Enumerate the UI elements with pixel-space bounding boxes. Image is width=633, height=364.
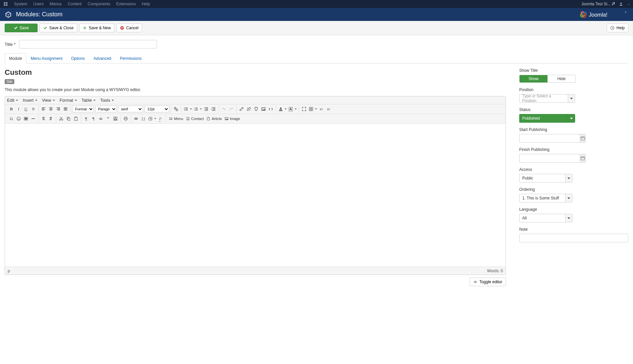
fontsize-select[interactable]: 12pt [144,106,169,112]
ordering-select[interactable]: 1. This is Some Stuff [519,194,572,202]
blockquote-button[interactable]: “ [104,115,112,122]
toggle-editor-button[interactable]: Toggle editor [470,278,506,286]
preview-button[interactable] [132,115,140,122]
number-list-button[interactable]: 123 [193,105,203,113]
title-input[interactable] [19,40,157,49]
show-blocks-button[interactable]: ¶ [90,115,97,122]
nav-components[interactable]: Components [87,2,110,6]
editor-menu-view[interactable]: View [42,98,55,103]
bullet-list-button[interactable] [183,105,193,113]
chevron-down-icon[interactable] [565,194,572,202]
nav-content[interactable]: Content [68,2,81,6]
tab-permissions[interactable]: Permissions [115,53,146,63]
status-select[interactable]: Published [519,114,575,123]
bg-color-button[interactable]: A [287,105,297,113]
nbsp-button[interactable] [97,115,104,122]
editor-menu-insert[interactable]: Insert [23,98,37,103]
show-invisible-button[interactable]: ¶ [82,115,90,122]
undo-button[interactable] [220,105,228,113]
chevron-down-icon[interactable] [568,94,575,103]
save-close-button[interactable]: Save & Close [40,24,77,32]
align-left-button[interactable] [40,105,47,113]
anchor-button[interactable] [252,105,260,113]
save-new-button[interactable]: Save & New [79,24,114,32]
outdent-button[interactable] [203,105,210,113]
cut-button[interactable] [58,115,65,122]
insert-menu-button[interactable]: Menu [167,115,185,122]
nav-menus[interactable]: Menus [50,2,62,6]
tab-module[interactable]: Module [5,53,26,63]
bold-button[interactable]: B [8,105,15,113]
codesample-button[interactable]: {;} [140,115,147,122]
fullscreen-button[interactable] [300,105,308,113]
align-justify-button[interactable] [62,105,69,113]
hr-button[interactable] [30,115,37,122]
editor-menu-format[interactable]: Format [60,98,77,103]
start-pub-input[interactable] [519,134,586,143]
datetime-button[interactable] [147,115,157,122]
tab-options[interactable]: Options [67,53,89,63]
unlink-button[interactable] [245,105,252,113]
editor-menu-edit[interactable]: Edit [7,98,18,103]
note-input[interactable] [519,234,628,242]
nav-extensions[interactable]: Extensions [116,2,136,6]
strikethrough-button[interactable]: S [30,105,37,113]
ltr-button[interactable] [40,115,47,122]
hide-option[interactable]: Hide [548,75,575,82]
fontfamily-select[interactable]: serif [118,106,143,112]
paste-button[interactable] [72,115,79,122]
nav-users[interactable]: Users [33,2,44,6]
editor-path[interactable]: p [8,269,10,273]
insert-article-button[interactable]: Article [205,115,223,122]
find-replace-button[interactable] [172,105,180,113]
redo-button[interactable] [228,105,235,113]
superscript-button[interactable]: x2 [325,105,332,113]
chevron-down-icon[interactable] [565,174,572,182]
underline-button[interactable]: U [22,105,30,113]
rtl-button[interactable] [47,115,55,122]
language-select[interactable]: All [519,214,572,222]
editor-menu-table[interactable]: Table [81,98,95,103]
copy-button[interactable] [65,115,72,122]
save-button[interactable]: Save [5,24,38,32]
show-option[interactable]: Show [520,75,548,82]
nav-help[interactable]: Help [142,2,150,6]
editor-menu-tools[interactable]: Tools [100,98,114,103]
editor-body[interactable] [5,124,506,267]
clear-format-button[interactable]: I× [157,115,164,122]
help-button[interactable]: ? Help [607,24,628,32]
code-button[interactable] [267,105,274,113]
emoticon-button[interactable] [15,115,22,122]
italic-button[interactable]: I [15,105,22,113]
chevron-down-icon[interactable] [568,114,575,123]
link-button[interactable] [238,105,245,113]
calendar-icon[interactable] [580,154,586,163]
user-caret[interactable] [627,2,630,6]
finish-pub-input[interactable] [519,154,586,163]
calendar-icon[interactable] [580,134,586,143]
joomla-icon[interactable] [3,2,8,6]
tab-menu-assignment[interactable]: Menu Assignment [26,53,67,63]
nav-system[interactable]: System [14,2,27,6]
position-select[interactable]: Type or Select a Position [519,94,575,103]
indent-button[interactable] [210,105,217,113]
table-insert-button[interactable] [308,105,318,113]
site-link[interactable]: Joomla Test Si... [581,2,615,6]
show-title-toggle[interactable]: Show Hide [519,75,576,83]
align-right-button[interactable] [55,105,62,113]
cancel-button[interactable]: Cancel [116,24,142,32]
special-char-button[interactable]: Ω [8,115,15,122]
text-color-button[interactable]: A [277,105,287,113]
subscript-button[interactable]: x2 [318,105,325,113]
insert-image-button[interactable]: Image [223,115,241,122]
user-icon[interactable] [619,2,623,6]
paragraph-select[interactable]: Paragraph [95,106,117,112]
image-button[interactable] [260,105,267,113]
formats-select[interactable]: Formats [72,106,94,112]
insert-contact-button[interactable]: Contact [185,115,205,122]
chevron-down-icon[interactable] [565,214,572,222]
template-button[interactable] [112,115,119,122]
tab-advanced[interactable]: Advanced [89,53,115,63]
access-select[interactable]: Public [519,174,572,182]
align-center-button[interactable] [47,105,55,113]
